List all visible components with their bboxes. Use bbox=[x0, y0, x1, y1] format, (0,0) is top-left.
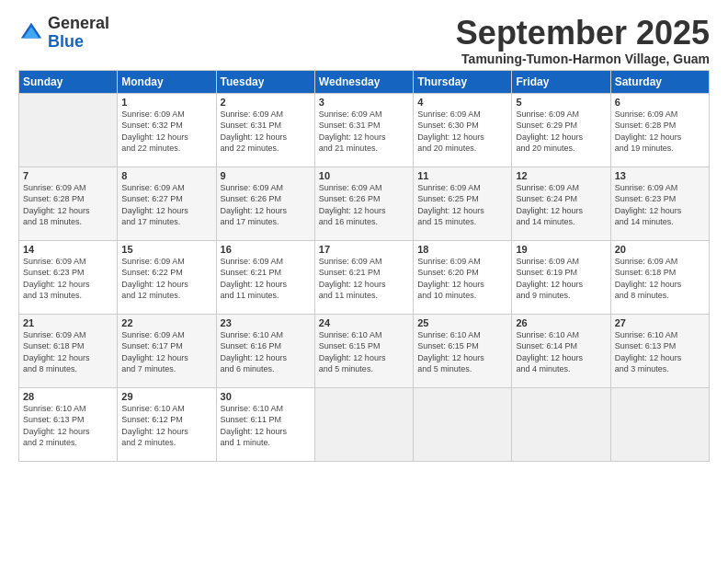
day-number: 4 bbox=[417, 97, 507, 108]
day-number: 10 bbox=[319, 170, 409, 181]
logo: General Blue bbox=[18, 15, 109, 52]
day-info: Sunrise: 6:09 AM Sunset: 6:25 PM Dayligh… bbox=[417, 182, 507, 228]
day-cell: 19Sunrise: 6:09 AM Sunset: 6:19 PM Dayli… bbox=[512, 240, 610, 314]
day-cell: 3Sunrise: 6:09 AM Sunset: 6:31 PM Daylig… bbox=[314, 93, 413, 167]
day-number: 23 bbox=[221, 317, 311, 328]
calendar-header: Sunday Monday Tuesday Wednesday Thursday… bbox=[19, 70, 710, 93]
day-number: 29 bbox=[121, 391, 211, 402]
day-info: Sunrise: 6:09 AM Sunset: 6:32 PM Dayligh… bbox=[121, 109, 211, 155]
day-number: 11 bbox=[417, 170, 507, 181]
day-info: Sunrise: 6:10 AM Sunset: 6:13 PM Dayligh… bbox=[615, 329, 705, 375]
day-cell: 16Sunrise: 6:09 AM Sunset: 6:21 PM Dayli… bbox=[216, 240, 314, 314]
day-cell: 23Sunrise: 6:10 AM Sunset: 6:16 PM Dayli… bbox=[216, 314, 314, 387]
col-wednesday: Wednesday bbox=[314, 70, 413, 93]
day-info: Sunrise: 6:10 AM Sunset: 6:15 PM Dayligh… bbox=[417, 329, 507, 375]
day-cell: 22Sunrise: 6:09 AM Sunset: 6:17 PM Dayli… bbox=[118, 314, 216, 387]
day-cell: 1Sunrise: 6:09 AM Sunset: 6:32 PM Daylig… bbox=[118, 93, 216, 167]
col-sunday: Sunday bbox=[19, 70, 118, 93]
day-cell: 5Sunrise: 6:09 AM Sunset: 6:29 PM Daylig… bbox=[512, 93, 610, 167]
month-title: September 2025 bbox=[456, 15, 710, 52]
day-cell bbox=[610, 387, 709, 461]
week-row-4: 21Sunrise: 6:09 AM Sunset: 6:18 PM Dayli… bbox=[19, 314, 710, 387]
day-info: Sunrise: 6:09 AM Sunset: 6:24 PM Dayligh… bbox=[516, 182, 606, 228]
day-info: Sunrise: 6:09 AM Sunset: 6:18 PM Dayligh… bbox=[23, 329, 113, 375]
day-number: 12 bbox=[516, 170, 606, 181]
col-monday: Monday bbox=[118, 70, 216, 93]
day-info: Sunrise: 6:09 AM Sunset: 6:21 PM Dayligh… bbox=[319, 256, 409, 302]
day-cell: 20Sunrise: 6:09 AM Sunset: 6:18 PM Dayli… bbox=[610, 240, 709, 314]
col-friday: Friday bbox=[512, 70, 610, 93]
day-number: 16 bbox=[221, 244, 311, 255]
day-info: Sunrise: 6:10 AM Sunset: 6:11 PM Dayligh… bbox=[221, 403, 311, 449]
day-cell bbox=[19, 93, 118, 167]
day-info: Sunrise: 6:10 AM Sunset: 6:13 PM Dayligh… bbox=[23, 403, 113, 449]
day-info: Sunrise: 6:09 AM Sunset: 6:30 PM Dayligh… bbox=[417, 109, 507, 155]
day-cell: 27Sunrise: 6:10 AM Sunset: 6:13 PM Dayli… bbox=[610, 314, 709, 387]
day-number: 6 bbox=[615, 97, 705, 108]
day-info: Sunrise: 6:09 AM Sunset: 6:28 PM Dayligh… bbox=[615, 109, 705, 155]
day-number: 17 bbox=[319, 244, 409, 255]
day-number: 2 bbox=[221, 97, 311, 108]
day-number: 19 bbox=[516, 244, 606, 255]
day-number: 22 bbox=[121, 317, 211, 328]
week-row-2: 7Sunrise: 6:09 AM Sunset: 6:28 PM Daylig… bbox=[19, 167, 710, 240]
day-cell: 25Sunrise: 6:10 AM Sunset: 6:15 PM Dayli… bbox=[414, 314, 512, 387]
day-info: Sunrise: 6:09 AM Sunset: 6:20 PM Dayligh… bbox=[417, 256, 507, 302]
day-number: 14 bbox=[23, 244, 113, 255]
day-cell: 7Sunrise: 6:09 AM Sunset: 6:28 PM Daylig… bbox=[19, 167, 118, 240]
col-saturday: Saturday bbox=[610, 70, 709, 93]
day-info: Sunrise: 6:10 AM Sunset: 6:15 PM Dayligh… bbox=[319, 329, 409, 375]
day-cell: 2Sunrise: 6:09 AM Sunset: 6:31 PM Daylig… bbox=[216, 93, 314, 167]
day-cell: 11Sunrise: 6:09 AM Sunset: 6:25 PM Dayli… bbox=[414, 167, 512, 240]
location-subtitle: Tamuning-Tumon-Harmon Village, Guam bbox=[456, 52, 710, 66]
day-cell: 12Sunrise: 6:09 AM Sunset: 6:24 PM Dayli… bbox=[512, 167, 610, 240]
col-thursday: Thursday bbox=[414, 70, 512, 93]
day-number: 9 bbox=[221, 170, 311, 181]
day-number: 28 bbox=[23, 391, 113, 402]
day-cell: 8Sunrise: 6:09 AM Sunset: 6:27 PM Daylig… bbox=[118, 167, 216, 240]
day-info: Sunrise: 6:09 AM Sunset: 6:26 PM Dayligh… bbox=[319, 182, 409, 228]
day-info: Sunrise: 6:09 AM Sunset: 6:31 PM Dayligh… bbox=[319, 109, 409, 155]
day-cell: 15Sunrise: 6:09 AM Sunset: 6:22 PM Dayli… bbox=[118, 240, 216, 314]
day-cell: 21Sunrise: 6:09 AM Sunset: 6:18 PM Dayli… bbox=[19, 314, 118, 387]
day-info: Sunrise: 6:09 AM Sunset: 6:23 PM Dayligh… bbox=[615, 182, 705, 228]
day-number: 30 bbox=[221, 391, 311, 402]
day-number: 24 bbox=[319, 317, 409, 328]
day-number: 7 bbox=[23, 170, 113, 181]
header: General Blue September 2025 Tamuning-Tum… bbox=[18, 15, 710, 66]
day-info: Sunrise: 6:10 AM Sunset: 6:16 PM Dayligh… bbox=[221, 329, 311, 375]
day-cell: 17Sunrise: 6:09 AM Sunset: 6:21 PM Dayli… bbox=[314, 240, 413, 314]
day-cell: 28Sunrise: 6:10 AM Sunset: 6:13 PM Dayli… bbox=[19, 387, 118, 461]
title-block: September 2025 Tamuning-Tumon-Harmon Vil… bbox=[456, 15, 710, 66]
day-number: 27 bbox=[615, 317, 705, 328]
calendar-body: 1Sunrise: 6:09 AM Sunset: 6:32 PM Daylig… bbox=[19, 93, 710, 461]
day-info: Sunrise: 6:09 AM Sunset: 6:26 PM Dayligh… bbox=[221, 182, 311, 228]
day-info: Sunrise: 6:09 AM Sunset: 6:21 PM Dayligh… bbox=[221, 256, 311, 302]
day-number: 20 bbox=[615, 244, 705, 255]
page: General Blue September 2025 Tamuning-Tum… bbox=[0, 0, 728, 563]
day-number: 26 bbox=[516, 317, 606, 328]
week-row-5: 28Sunrise: 6:10 AM Sunset: 6:13 PM Dayli… bbox=[19, 387, 710, 461]
col-tuesday: Tuesday bbox=[216, 70, 314, 93]
day-cell: 14Sunrise: 6:09 AM Sunset: 6:23 PM Dayli… bbox=[19, 240, 118, 314]
week-row-1: 1Sunrise: 6:09 AM Sunset: 6:32 PM Daylig… bbox=[19, 93, 710, 167]
logo-blue: Blue bbox=[48, 32, 84, 51]
logo-text: General Blue bbox=[48, 15, 109, 52]
day-cell: 24Sunrise: 6:10 AM Sunset: 6:15 PM Dayli… bbox=[314, 314, 413, 387]
day-cell: 6Sunrise: 6:09 AM Sunset: 6:28 PM Daylig… bbox=[610, 93, 709, 167]
day-cell bbox=[314, 387, 413, 461]
day-info: Sunrise: 6:09 AM Sunset: 6:29 PM Dayligh… bbox=[516, 109, 606, 155]
day-number: 18 bbox=[417, 244, 507, 255]
day-info: Sunrise: 6:10 AM Sunset: 6:12 PM Dayligh… bbox=[121, 403, 211, 449]
day-cell bbox=[512, 387, 610, 461]
day-info: Sunrise: 6:09 AM Sunset: 6:27 PM Dayligh… bbox=[121, 182, 211, 228]
day-number: 13 bbox=[615, 170, 705, 181]
day-info: Sunrise: 6:09 AM Sunset: 6:17 PM Dayligh… bbox=[121, 329, 211, 375]
day-number: 8 bbox=[121, 170, 211, 181]
day-cell: 26Sunrise: 6:10 AM Sunset: 6:14 PM Dayli… bbox=[512, 314, 610, 387]
logo-general: General bbox=[48, 14, 109, 32]
week-row-3: 14Sunrise: 6:09 AM Sunset: 6:23 PM Dayli… bbox=[19, 240, 710, 314]
day-info: Sunrise: 6:09 AM Sunset: 6:18 PM Dayligh… bbox=[615, 256, 705, 302]
day-cell: 9Sunrise: 6:09 AM Sunset: 6:26 PM Daylig… bbox=[216, 167, 314, 240]
day-number: 25 bbox=[417, 317, 507, 328]
